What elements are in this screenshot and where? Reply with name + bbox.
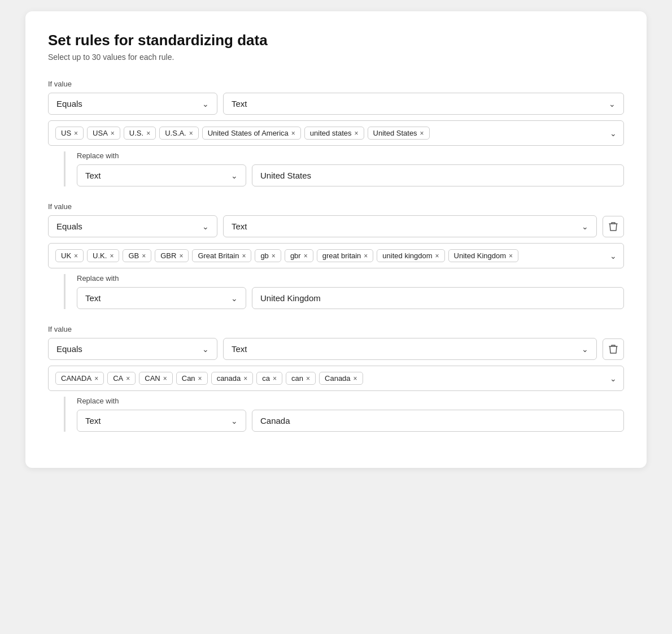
tag-gbr-remove[interactable]: × <box>179 253 183 259</box>
rule-2: If value Equals ⌄ Text ⌄ UK <box>48 202 624 309</box>
page-subtitle: Select up to 30 values for each rule. <box>48 53 624 62</box>
rule-1-replace-label: Replace with <box>77 151 624 160</box>
rule-2-replace-value-input[interactable] <box>252 287 624 309</box>
tag-can-uc-remove[interactable]: × <box>163 375 167 382</box>
tag-united-states-of-america-label: United States of America <box>208 129 289 137</box>
tag-united-states-of-america-remove[interactable]: × <box>291 130 295 137</box>
main-card: Set rules for standardizing data Select … <box>25 11 647 468</box>
tag-canada-lc-label: canada <box>217 374 241 383</box>
rule-2-text-dropdown[interactable]: Text ⌄ <box>223 215 597 237</box>
tag-uk-remove[interactable]: × <box>74 253 78 259</box>
rule-2-replace-type-chevron-icon: ⌄ <box>231 294 238 303</box>
rule-1-replace-section: Replace with Text ⌄ <box>64 151 624 186</box>
tag-united-kingdom-lc-label: united kingdom <box>382 251 432 260</box>
tag-united-kingdom-lc-remove[interactable]: × <box>435 253 439 259</box>
tag-can-cap-remove[interactable]: × <box>198 375 202 382</box>
rule-1-replace-type-label: Text <box>85 171 101 180</box>
tag-great-britain-remove[interactable]: × <box>242 253 246 259</box>
tag-gb-remove[interactable]: × <box>142 253 146 259</box>
tag-u-s-remove[interactable]: × <box>146 130 150 137</box>
rule-1-replace-type-chevron-icon: ⌄ <box>231 171 238 180</box>
rule-2-tags-box: UK × U.K. × GB × GBR × Great Britain × g… <box>48 243 624 268</box>
tag-gb: GB × <box>123 249 151 262</box>
rule-2-replace-type-dropdown[interactable]: Text ⌄ <box>77 287 246 309</box>
tag-us: US × <box>55 127 84 140</box>
rule-3-trash-icon <box>609 344 618 354</box>
rule-2-if-value-section: If value Equals ⌄ Text ⌄ <box>48 202 624 237</box>
rule-1-replace-value-input[interactable] <box>252 164 624 186</box>
tag-great-britain-lc-remove[interactable]: × <box>364 253 368 259</box>
rule-3-equals-dropdown[interactable]: Equals ⌄ <box>48 338 217 360</box>
rule-2-if-value-label: If value <box>48 202 624 211</box>
tag-ca-remove[interactable]: × <box>126 375 130 382</box>
rule-2-replace-section: Replace with Text ⌄ <box>64 274 624 309</box>
tag-canada-remove[interactable]: × <box>354 375 357 382</box>
tag-united-states: United States × <box>368 127 430 140</box>
tag-gb-lc-label: gb <box>260 251 268 260</box>
tag-u-s-a: U.S.A. × <box>159 127 199 140</box>
tag-us-remove[interactable]: × <box>74 130 78 137</box>
rule-1: If value Equals ⌄ Text ⌄ US × USA × <box>48 80 624 186</box>
rule-3-replace-value-input[interactable] <box>252 410 624 432</box>
rule-2-replace-type-label: Text <box>85 293 101 303</box>
tag-gbr-lc-label: gbr <box>290 251 301 260</box>
rule-3-text-dropdown[interactable]: Text ⌄ <box>223 338 597 360</box>
tag-canada-lc-remove[interactable]: × <box>243 375 247 382</box>
rule-1-tags-box: US × USA × U.S. × U.S.A. × United States… <box>48 120 624 146</box>
tag-can-lc: can × <box>286 372 316 385</box>
tag-united-states-lc-remove[interactable]: × <box>355 130 359 137</box>
rule-2-text-label: Text <box>232 222 247 231</box>
tag-usa-label: USA <box>93 129 108 137</box>
tag-united-states-label: United States <box>373 129 417 137</box>
rule-3-replace-type-label: Text <box>85 416 101 425</box>
rule-2-delete-button[interactable] <box>603 216 624 237</box>
tag-gbr-lc-remove[interactable]: × <box>304 253 308 259</box>
tag-can-lc-remove[interactable]: × <box>306 375 310 382</box>
rule-3-replace-type-dropdown[interactable]: Text ⌄ <box>77 410 246 432</box>
tag-u-s-label: U.S. <box>129 129 143 137</box>
rule-1-replace-type-dropdown[interactable]: Text ⌄ <box>77 164 246 186</box>
tag-u-s: U.S. × <box>124 127 156 140</box>
tag-united-kingdom-remove[interactable]: × <box>509 253 513 259</box>
rule-3-text-chevron-icon: ⌄ <box>582 345 588 354</box>
tag-gb-lc-remove[interactable]: × <box>272 253 276 259</box>
tag-ca-lc-remove[interactable]: × <box>273 375 277 382</box>
tag-ca-label: CA <box>113 374 123 383</box>
tag-canada-uc-remove[interactable]: × <box>94 375 98 382</box>
rule-1-text-dropdown[interactable]: Text ⌄ <box>223 93 624 115</box>
rule-2-text-chevron-icon: ⌄ <box>582 222 588 231</box>
rule-1-equals-chevron-icon: ⌄ <box>202 99 209 108</box>
tag-united-kingdom-label: United Kingdom <box>454 251 507 260</box>
tag-ca-lc-label: ca <box>262 374 270 383</box>
tag-united-states-remove[interactable]: × <box>420 130 424 137</box>
tag-gbr-lc: gbr × <box>285 249 313 262</box>
rule-3-if-value-label: If value <box>48 325 624 333</box>
rule-3-replace-label: Replace with <box>77 397 624 405</box>
rule-3-delete-button[interactable] <box>603 338 624 360</box>
rule-3-replace-row: Text ⌄ <box>77 410 624 432</box>
tag-u-s-a-label: U.S.A. <box>165 129 186 137</box>
tag-canada: Canada × <box>319 372 363 385</box>
rule-3-replace-section: Replace with Text ⌄ <box>64 397 624 432</box>
tag-united-states-of-america: United States of America × <box>202 127 301 140</box>
rule-2-replace-row: Text ⌄ <box>77 287 624 309</box>
tag-great-britain: Great Britain × <box>192 249 251 262</box>
tag-canada-label: Canada <box>325 374 351 383</box>
rule-1-text-label: Text <box>232 99 247 108</box>
tag-can-lc-label: can <box>291 374 303 383</box>
tag-united-kingdom-lc: united kingdom × <box>377 249 444 262</box>
tag-gbr-label: GBR <box>160 251 176 260</box>
tag-usa-remove[interactable]: × <box>111 130 115 137</box>
rule-3-equals-label: Equals <box>56 344 82 354</box>
tag-can-cap: Can × <box>176 372 208 385</box>
rule-1-equals-dropdown[interactable]: Equals ⌄ <box>48 93 217 115</box>
tag-u-s-a-remove[interactable]: × <box>189 130 193 137</box>
rule-2-equals-dropdown[interactable]: Equals ⌄ <box>48 215 217 237</box>
tag-canada-lc: canada × <box>211 372 254 385</box>
tag-usa: USA × <box>87 127 120 140</box>
tag-u-k-remove[interactable]: × <box>110 253 114 259</box>
rule-2-dropdowns-row: Equals ⌄ Text ⌄ <box>48 215 624 237</box>
tag-canada-uc-label: CANADA <box>61 374 91 383</box>
rule-1-if-value-label: If value <box>48 80 624 88</box>
tag-united-states-lc: united states × <box>304 127 364 140</box>
